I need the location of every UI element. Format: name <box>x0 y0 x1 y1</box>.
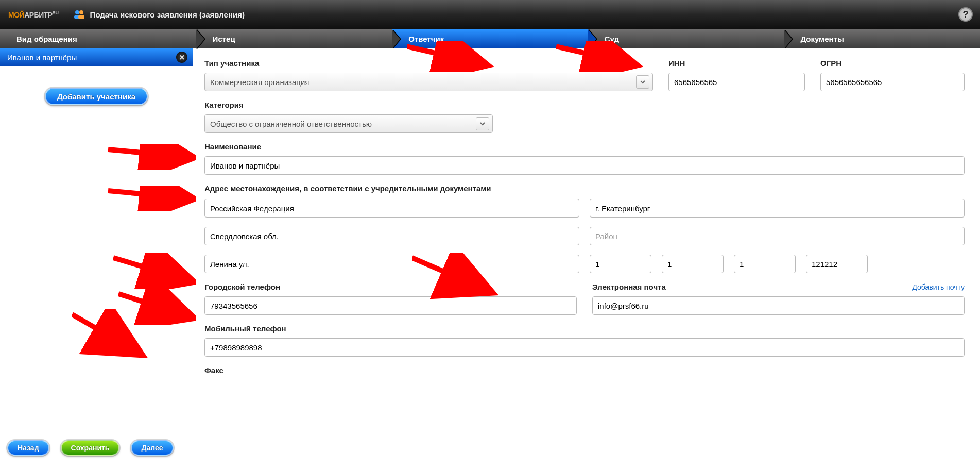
save-label: Сохранить <box>71 444 110 452</box>
city-input[interactable] <box>590 199 965 218</box>
next-button[interactable]: Далее <box>131 440 173 456</box>
category-select[interactable]: Общество с ограниченной ответственностью <box>204 114 493 133</box>
page-title-wrap: Подача искового заявления (заявления) <box>74 9 245 20</box>
app-header: МОЙАРБИТРRU Подача искового заявления (з… <box>0 0 980 29</box>
logo-part-2: АРБИТР <box>24 10 52 19</box>
header-divider <box>66 0 66 29</box>
sidebar-actions: Назад Сохранить Далее <box>0 440 193 468</box>
add-participant-button[interactable]: Добавить участника <box>45 88 148 105</box>
add-participant-label: Добавить участника <box>57 92 135 101</box>
flat-input[interactable] <box>734 255 796 273</box>
step-label: Суд <box>605 35 619 43</box>
step-label: Истец <box>213 35 235 43</box>
fax-label: Факс <box>204 366 965 375</box>
people-icon <box>74 9 85 20</box>
inn-input[interactable] <box>668 73 805 91</box>
step-defendant[interactable]: Ответчик <box>392 29 588 48</box>
mobile-phone-input[interactable] <box>204 338 965 357</box>
participant-chip[interactable]: Иванов и партнёры ✕ <box>0 48 193 66</box>
close-icon[interactable]: ✕ <box>176 52 187 63</box>
step-label: Ответчик <box>408 35 444 43</box>
svg-rect-3 <box>78 15 84 19</box>
step-appeal-type[interactable]: Вид обращения <box>0 29 196 48</box>
city-phone-label: Городской телефон <box>204 282 577 291</box>
participant-type-label: Тип участника <box>204 59 653 68</box>
category-label: Категория <box>204 101 493 109</box>
inn-label: ИНН <box>668 59 805 68</box>
add-email-link[interactable]: Добавить почту <box>912 283 965 291</box>
postcode-input[interactable] <box>806 255 868 273</box>
house-input[interactable] <box>590 255 651 273</box>
step-label: Документы <box>800 35 844 43</box>
address-label: Адрес местонахождения, в соответствии с … <box>204 184 965 193</box>
svg-point-0 <box>75 10 79 14</box>
org-name-input[interactable] <box>204 156 965 175</box>
step-court[interactable]: Суд <box>588 29 784 48</box>
ogrn-label: ОГРН <box>820 59 965 68</box>
step-bar: Вид обращения Истец Ответчик Суд Докумен… <box>0 29 980 48</box>
form-panel: Тип участника Коммерческая организация И… <box>193 48 980 468</box>
svg-point-1 <box>79 10 83 14</box>
category-value: Общество с ограниченной ответственностью <box>210 120 372 128</box>
sidebar: Иванов и партнёры ✕ Добавить участника Н… <box>0 48 193 468</box>
email-input[interactable] <box>592 296 965 315</box>
logo-part-1: МОЙ <box>8 10 24 19</box>
email-label: Электронная почта <box>592 282 666 291</box>
save-button[interactable]: Сохранить <box>61 440 120 456</box>
chevron-down-icon <box>636 75 649 89</box>
logo: МОЙАРБИТРRU <box>8 10 59 19</box>
city-phone-input[interactable] <box>204 296 577 315</box>
chevron-down-icon <box>476 117 489 130</box>
region-input[interactable] <box>204 227 579 245</box>
next-label: Далее <box>141 444 163 452</box>
district-input[interactable] <box>590 227 965 245</box>
step-label: Вид обращения <box>16 35 77 43</box>
logo-sup: RU <box>53 10 59 15</box>
building-input[interactable] <box>662 255 724 273</box>
help-button[interactable]: ? <box>958 7 973 22</box>
work-area: Иванов и партнёры ✕ Добавить участника Н… <box>0 48 980 468</box>
back-label: Назад <box>18 444 39 452</box>
street-input[interactable] <box>204 255 579 273</box>
country-input[interactable] <box>204 199 579 218</box>
step-documents[interactable]: Документы <box>784 29 980 48</box>
participant-name: Иванов и партнёры <box>7 53 77 62</box>
back-button[interactable]: Назад <box>7 440 49 456</box>
participant-type-select[interactable]: Коммерческая организация <box>204 73 653 91</box>
org-name-label: Наименование <box>204 142 965 151</box>
ogrn-input[interactable] <box>820 73 965 91</box>
page-title: Подача искового заявления (заявления) <box>90 10 245 19</box>
step-plaintiff[interactable]: Истец <box>196 29 392 48</box>
mobile-phone-label: Мобильный телефон <box>204 324 965 333</box>
participant-type-value: Коммерческая организация <box>210 78 309 87</box>
